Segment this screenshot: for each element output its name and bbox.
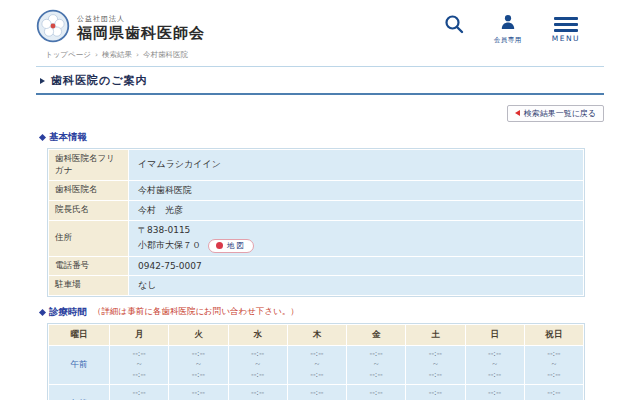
diamond-bullet-icon [39,308,46,315]
back-button-label: 検索結果一覧に戻る [524,108,596,119]
hours-col-header: 土 [406,324,465,345]
back-to-results-button[interactable]: 検索結果一覧に戻る [507,105,604,122]
hours-heading-label: 診療時間 [49,306,87,319]
breadcrumb: トップページ›検索結果›今村歯科医院 [45,50,604,60]
back-arrow-icon [515,110,520,116]
address-value: 〒838-0115 小郡市大保７０ 地図 [129,220,584,256]
hours-col-header: 水 [228,324,287,345]
hours-cell: --:--～--:-- [169,385,228,400]
member-area-label: 会員専用 [494,36,522,45]
basic-info-table: 歯科医院名フリガナ イマムラシカイイン 歯科医院名 今村歯科医院 院長氏名 今村… [47,148,585,297]
org-type-label: 公益社団法人 [77,14,205,24]
hours-table: 曜日月火水木金土日祝日 午前--:--～--:----:--～--:----:-… [47,323,585,400]
association-logo-icon [36,9,70,47]
hours-col-day: 曜日 [49,324,110,345]
table-row: 歯科医院名フリガナ イマムラシカイイン [49,149,584,180]
table-row: 院長氏名 今村 光彦 [49,200,584,220]
hours-cell: --:--～--:-- [465,385,524,400]
breadcrumb-results-link[interactable]: 検索結果 [102,50,132,59]
hours-row-label: 午後 [49,385,110,400]
map-button-label: 地図 [227,241,246,251]
map-button[interactable]: 地図 [208,239,254,253]
clinic-name-value: 今村歯科医院 [129,180,584,200]
hours-cell: --:--～--:-- [524,385,583,400]
search-icon [444,14,464,40]
diamond-bullet-icon [39,133,46,140]
breadcrumb-separator: › [95,50,98,59]
hours-col-header: 木 [287,324,346,345]
address-text: 小郡市大保７０ [138,239,201,252]
row-label: 電話番号 [49,256,129,275]
member-area-button[interactable]: 会員専用 [494,14,522,45]
breadcrumb-current: 今村歯科医院 [143,50,188,59]
hours-header-row: 曜日月火水木金土日祝日 [49,324,584,345]
page-title-bar: 歯科医院のご案内 [36,66,604,95]
row-label: 歯科医院名 [49,180,129,200]
hamburger-icon [554,14,578,32]
person-icon [500,14,516,34]
phone-number-value: 0942-75-0007 [129,256,584,275]
hours-cell: --:--～--:-- [406,345,465,385]
site-header: 公益社団法人 福岡県歯科医師会 会員専用 MENU [0,0,640,47]
hours-cell: --:--～--:-- [347,345,406,385]
hours-row: 午前--:--～--:----:--～--:----:--～--:----:--… [49,345,584,385]
table-row: 電話番号 0942-75-0007 [49,256,584,275]
header-actions: 会員専用 MENU [444,9,580,47]
page-title: 歯科医院のご案内 [51,73,148,88]
hours-row: 午後--:--～--:----:--～--:----:--～--:----:--… [49,385,584,400]
row-label: 住所 [49,220,129,256]
hours-heading: 診療時間 （詳細は事前に各歯科医院にお問い合わせ下さい。） [40,306,604,319]
table-row: 駐車場 なし [49,275,584,295]
table-row: 住所 〒838-0115 小郡市大保７０ 地図 [49,220,584,256]
hours-note: （詳細は事前に各歯科医院にお問い合わせ下さい。） [93,306,299,318]
back-button-row: 検索結果一覧に戻る [36,101,604,122]
menu-button[interactable]: MENU [552,14,580,43]
hours-cell: --:--～--:-- [287,385,346,400]
hours-col-header: 祝日 [524,324,583,345]
title-bullet-icon [40,78,45,84]
hours-cell: --:--～--:-- [228,345,287,385]
hours-cell: --:--～--:-- [110,345,169,385]
hours-cell: --:--～--:-- [110,385,169,400]
hours-cell: --:--～--:-- [228,385,287,400]
row-label: 歯科医院名フリガナ [49,149,129,180]
hours-col-header: 月 [110,324,169,345]
hours-col-header: 日 [465,324,524,345]
map-marker-icon [216,242,223,249]
basic-info-heading: 基本情報 [40,131,604,144]
site-title: 福岡県歯科医師会 [77,24,205,43]
row-label: 院長氏名 [49,200,129,220]
hours-cell: --:--～--:-- [169,345,228,385]
hours-row-label: 午前 [49,345,110,385]
site-logo-link[interactable]: 公益社団法人 福岡県歯科医師会 [36,9,205,47]
breadcrumb-separator: › [136,50,139,59]
menu-label: MENU [552,34,580,43]
hours-cell: --:--～--:-- [406,385,465,400]
row-label: 駐車場 [49,275,129,295]
hours-cell: --:--～--:-- [465,345,524,385]
breadcrumb-home-link[interactable]: トップページ [45,50,91,59]
hours-col-header: 金 [347,324,406,345]
basic-info-heading-label: 基本情報 [49,131,87,144]
table-row: 歯科医院名 今村歯科医院 [49,180,584,200]
hours-col-header: 火 [169,324,228,345]
director-name-value: 今村 光彦 [129,200,584,220]
hours-cell: --:--～--:-- [524,345,583,385]
clinic-kana-value: イマムラシカイイン [129,149,584,180]
parking-value: なし [129,275,584,295]
search-button[interactable] [444,14,464,40]
hours-cell: --:--～--:-- [287,345,346,385]
hours-cell: --:--～--:-- [347,385,406,400]
postal-code: 〒838-0115 [138,224,574,237]
hours-body: 午前--:--～--:----:--～--:----:--～--:----:--… [49,345,584,400]
